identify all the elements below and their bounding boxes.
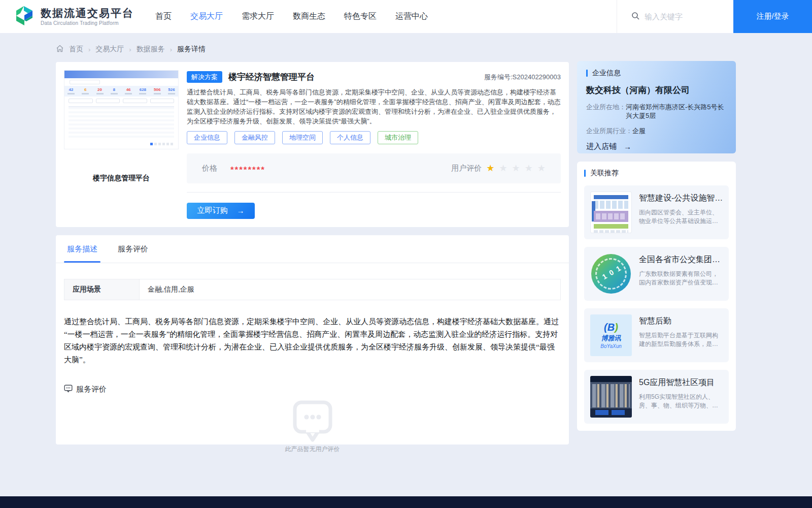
company-section-head: 企业信息 (586, 69, 727, 78)
top-header: 数据流通交易平台 Data Circulation Trading Platfo… (0, 0, 812, 33)
recommendation-item[interactable]: 智慧建设-公共设施智… 面向园区管委会、业主单位、物业单位等公共基础设施运维管… (584, 185, 729, 239)
solution-badge: 解决方案 (187, 71, 222, 83)
company-name: 数交科技（河南）有限公司 (586, 84, 727, 96)
smart-community-thumbnail (590, 376, 632, 418)
empty-comments-icon (292, 399, 333, 443)
recommendation-title: 全国各省市公交集团… (639, 255, 723, 265)
breadcrumb-data-service[interactable]: 数据服务 (137, 45, 165, 54)
thumb-stats-row: 42 6 20 8 46 628 506 526 (64, 86, 178, 97)
thumb-search-bar (70, 80, 100, 84)
product-tags: 企业信息 金融风控 地理空间 个人信息 城市治理 (187, 131, 561, 144)
recommendations-card: 关联推荐 智慧建设-公共设施智… 面向园区管委会、业主单位、物业单位等公共基础设… (577, 162, 736, 431)
company-info-card: 企业信息 数交科技（河南）有限公司 企业所在地： 河南省郑州市惠济区-长兴路5号… (577, 61, 736, 153)
service-number-label: 服务编号: (484, 73, 513, 81)
thumb-stat: 8 (113, 87, 115, 92)
recommendation-item[interactable]: 5G应用智慧社区项目 利用5G实现智慧社区的人、房、事、物、组织等万物、… (584, 370, 729, 424)
review-section-heading: 服务评价 (64, 385, 561, 394)
thumb-pagination (150, 143, 173, 145)
recommendations-title: 关联推荐 (590, 169, 619, 178)
home-icon (56, 45, 64, 54)
thumb-stat: 506 (154, 87, 160, 92)
order-now-button[interactable]: 立即订购 (187, 203, 255, 219)
tab-service-description[interactable]: 服务描述 (67, 235, 97, 263)
brand[interactable]: 数据流通交易平台 Data Circulation Trading Platfo… (13, 0, 134, 33)
thumb-table (69, 106, 174, 138)
breadcrumb: 首页 › 交易大厅 › 数据服务 › 服务详情 (56, 45, 206, 54)
product-summary-card: 42 6 20 8 46 628 506 526 楼宇信息管理平台 (56, 62, 569, 227)
tag-financial-risk[interactable]: 金融风控 (234, 131, 275, 144)
section-bar (586, 70, 588, 77)
order-now-label: 立即订购 (197, 206, 228, 215)
tag-geospatial[interactable]: 地理空间 (282, 131, 323, 144)
user-rating: 用户评价 ★ ★ ★ ★ ★ (451, 164, 546, 173)
company-section-title: 企业信息 (592, 69, 621, 78)
brand-title: 数据流通交易平台 (41, 7, 134, 19)
logo-cn-text: 博雅讯 (601, 334, 621, 343)
recommendation-desc: 面向园区管委会、业主单位、物业单位等公共基础设施运维管… (639, 208, 723, 226)
tag-personal-info[interactable]: 个人信息 (330, 131, 370, 144)
thumb-stat: 20 (97, 87, 102, 92)
nav-item-demand-hall[interactable]: 需求大厅 (242, 11, 274, 22)
star-icon: ★ (525, 164, 533, 173)
header-search (617, 0, 733, 33)
brand-subtitle: Data Circulation Trading Platform (41, 20, 134, 26)
tag-enterprise-info[interactable]: 企业信息 (187, 131, 227, 144)
main-column: 42 6 20 8 46 628 506 526 楼宇信息管理平台 (56, 62, 569, 444)
product-description: 通过整合统计局、工商局、税务局等各部门信息资源，定期采集楼宇中空间、企业、从业人… (187, 87, 561, 126)
divider (187, 192, 561, 193)
service-detail-card: 服务描述 服务评价 应用场景 金融,信用,企服 通过整合统计局、工商局、税务局等… (56, 235, 569, 444)
section-bar (584, 170, 586, 177)
breadcrumb-separator-icon: › (129, 46, 131, 53)
search-icon (631, 12, 639, 22)
enter-shop-link[interactable]: 进入店铺 (586, 142, 727, 151)
thumbnail-caption: 楼宇信息管理平台 (64, 174, 179, 183)
register-login-button[interactable]: 注册/登录 (733, 0, 812, 33)
star-icon: ★ (486, 164, 494, 173)
product-info: 解决方案 楼宇经济智慧管理平台 服务编号:S202402290003 通过整合统… (187, 70, 561, 219)
review-heading-label: 服务评价 (76, 385, 107, 394)
thumb-banner (64, 71, 178, 78)
scene-label: 应用场景 (64, 279, 140, 300)
nav-item-home[interactable]: 首页 (155, 11, 172, 22)
tag-city-governance[interactable]: 城市治理 (378, 131, 418, 144)
enter-shop-label: 进入店铺 (586, 142, 617, 151)
page-footer (0, 496, 812, 508)
recommendation-desc: 智慧后勤平台是基于互联网构建的新型后勤服务体系，是… (639, 331, 723, 348)
price-panel: 价格 ******** 用户评价 ★ ★ ★ ★ ★ (187, 153, 561, 183)
service-description-text: 通过整合统计局、工商局、税务局等各部门信息资源，定期采集楼宇中空间、企业、从业人… (64, 315, 561, 366)
architecture-diagram-thumbnail (590, 192, 632, 233)
breadcrumb-trading-hall[interactable]: 交易大厅 (95, 45, 124, 54)
recommendation-title: 智慧建设-公共设施智… (639, 193, 723, 204)
nav-item-operation-center[interactable]: 运营中心 (395, 11, 428, 22)
product-thumbnail-image[interactable]: 42 6 20 8 46 628 506 526 (64, 70, 179, 149)
thumb-stat: 628 (140, 87, 146, 92)
empty-review-text: 此产品暂无用户评价 (285, 445, 340, 454)
company-location-value: 河南省郑州市惠济区-长兴路5号长兴大厦5层 (626, 103, 727, 120)
recommendation-title: 5G应用智慧社区项目 (639, 377, 723, 388)
thumb-stat: 42 (69, 87, 74, 92)
nav-item-special-zone[interactable]: 特色专区 (344, 11, 377, 22)
data-globe-logo-thumbnail (590, 253, 632, 295)
thumb-stat: 46 (126, 87, 131, 92)
recommendation-item[interactable]: 全国各省市公交集团… 广东数联数据要素有限公司，国内首家数据资产价值变现全链… (584, 247, 729, 301)
recommendations-section-head: 关联推荐 (584, 169, 729, 178)
nav-item-data-ecosystem[interactable]: 数商生态 (293, 11, 325, 22)
search-input[interactable] (645, 12, 721, 21)
breadcrumb-home[interactable]: 首页 (69, 45, 83, 54)
recommendation-desc: 广东数联数据要素有限公司，国内首家数据资产价值变现全链… (639, 270, 723, 287)
masked-price: ******** (230, 165, 265, 175)
price-label: 价格 (202, 164, 217, 173)
review-empty-state: 此产品暂无用户评价 (64, 399, 561, 454)
thumb-stat: 6 (84, 87, 86, 92)
company-industry-label: 企业所属行业： (586, 126, 632, 135)
page: 数据流通交易平台 Data Circulation Trading Platfo… (0, 0, 812, 508)
logo-mark: B (607, 322, 615, 333)
boyaxun-logo-thumbnail: (B) 博雅讯 BoYaXun (590, 314, 632, 356)
star-icon: ★ (537, 164, 546, 173)
nav-item-trading-hall[interactable]: 交易大厅 (190, 11, 223, 22)
sidebar: 企业信息 数交科技（河南）有限公司 企业所在地： 河南省郑州市惠济区-长兴路5号… (577, 61, 736, 431)
main-nav: 首页 交易大厅 需求大厅 数商生态 特色专区 运营中心 (155, 0, 428, 33)
product-title: 楼宇经济智慧管理平台 (228, 71, 315, 83)
tab-service-review[interactable]: 服务评价 (118, 235, 148, 263)
recommendation-item[interactable]: (B) 博雅讯 BoYaXun 智慧后勤 智慧后勤平台是基于互联网构建的新型后勤… (584, 308, 729, 362)
